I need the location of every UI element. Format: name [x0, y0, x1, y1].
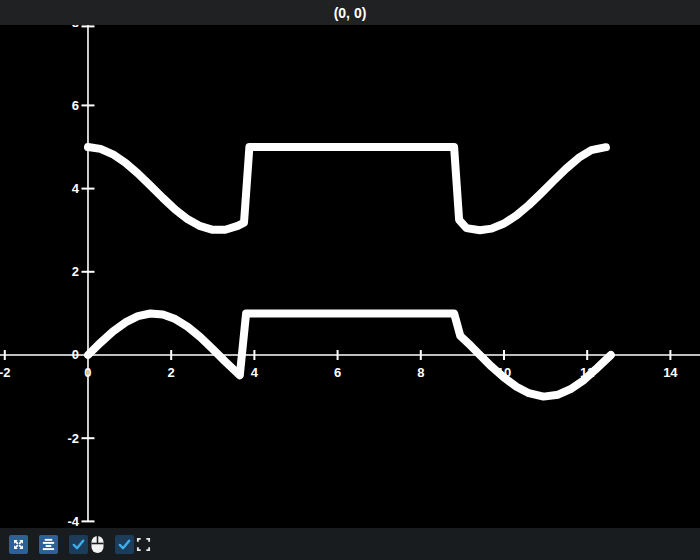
x-tick-label: 6: [334, 365, 341, 380]
y-tick-label: 0: [72, 347, 79, 362]
move-arrows-icon: [11, 537, 26, 552]
plot-toolbar: [0, 528, 700, 560]
graph-window: (0, 0) -202468101214-4-202468: [0, 0, 700, 560]
x-tick-label: 2: [168, 365, 175, 380]
coordinate-readout-label: (0, 0): [334, 5, 367, 21]
y-tick-label: -4: [67, 514, 79, 528]
x-tick-label: -2: [0, 365, 11, 380]
y-tick-label: -2: [67, 431, 79, 446]
upper-curve: [88, 147, 606, 230]
mouse-icon: [90, 535, 105, 554]
y-tick-label: 2: [72, 264, 79, 279]
plot-canvas[interactable]: -202468101214-4-202468: [0, 25, 700, 528]
y-tick-label: 4: [72, 181, 80, 196]
x-tick-label: 8: [417, 365, 424, 380]
fullscreen-toggle[interactable]: [115, 535, 151, 554]
coordinate-readout-bar: (0, 0): [0, 0, 700, 25]
x-tick-label: 14: [663, 365, 678, 380]
checkbox-checked-icon: [115, 535, 134, 554]
y-tick-label: 6: [72, 98, 79, 113]
plot-area[interactable]: -202468101214-4-202468: [0, 25, 700, 528]
list-lines-icon: [41, 537, 56, 552]
list-tool-button[interactable]: [39, 535, 58, 554]
checkbox-checked-icon: [69, 535, 88, 554]
move-tool-button[interactable]: [9, 535, 28, 554]
x-tick-label: 0: [84, 365, 91, 380]
mouse-toggle[interactable]: [69, 535, 105, 554]
x-tick-label: 4: [251, 365, 259, 380]
y-tick-label: 8: [72, 25, 79, 30]
fullscreen-icon: [136, 537, 151, 552]
